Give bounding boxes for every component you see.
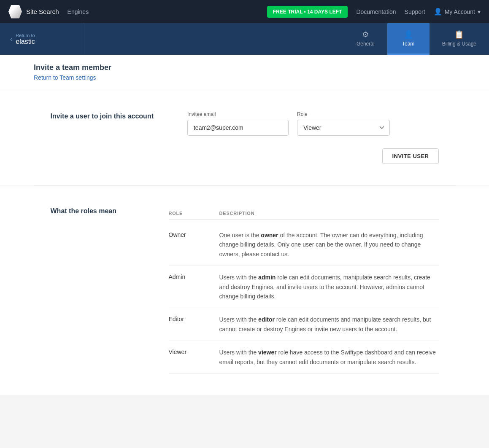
role-desc-viewer: Users with the viewer role have access t… — [219, 348, 439, 367]
roles-section: What the roles mean ROLE DESCRIPTION Own… — [34, 186, 456, 395]
role-select[interactable]: Owner Admin Editor Viewer — [297, 120, 390, 136]
sub-nav: ‹ Return to elastic ⚙ General 👤 Team 📋 B… — [0, 23, 489, 55]
my-account-label: My Account — [445, 8, 475, 15]
roles-table-header: ROLE DESCRIPTION — [169, 207, 439, 220]
return-text: Return to elastic — [16, 33, 35, 46]
elastic-label: elastic — [16, 38, 35, 46]
billing-icon: 📋 — [454, 30, 464, 39]
logo-area[interactable]: Site Search — [8, 5, 59, 19]
role-desc-editor: Users with the editor role can edit docu… — [219, 315, 439, 334]
email-label: Invitee email — [187, 111, 289, 117]
invite-section-left: Invite a user to join this account — [51, 111, 154, 121]
logo-icon — [8, 5, 22, 19]
role-form-group: Role Owner Admin Editor Viewer — [297, 111, 390, 136]
role-label: Role — [297, 111, 390, 117]
gear-icon: ⚙ — [362, 30, 369, 39]
team-tab-label: Team — [402, 41, 414, 47]
role-name-viewer: Viewer — [169, 348, 219, 355]
form-row: Invitee email Role Owner Admin Editor Vi… — [187, 111, 439, 136]
invite-btn-row: INVITE USER — [187, 148, 439, 164]
role-desc-owner: One user is the owner of the account. Th… — [219, 231, 439, 259]
role-name-editor: Editor — [169, 315, 219, 322]
team-icon: 👤 — [404, 30, 413, 39]
table-row: Editor Users with the editor role can ed… — [169, 308, 439, 341]
invite-content-wrapper: Invite a user to join this account Invit… — [17, 90, 473, 185]
page-title: Invite a team member — [34, 63, 455, 72]
roles-section-left: What the roles mean — [51, 207, 135, 215]
roles-section-card: What the roles mean ROLE DESCRIPTION Own… — [0, 186, 489, 395]
role-name-owner: Owner — [169, 231, 219, 238]
back-arrow-icon: ‹ — [10, 35, 12, 43]
table-row: Admin Users with the admin role can edit… — [169, 266, 439, 308]
invite-section-card: Invite a user to join this account Invit… — [0, 90, 489, 185]
top-nav: Site Search Engines FREE TRIAL • 14 DAYS… — [0, 0, 489, 23]
tab-general[interactable]: ⚙ General — [344, 23, 387, 55]
tab-team[interactable]: 👤 Team — [387, 23, 430, 55]
documentation-link[interactable]: Documentation — [356, 8, 396, 15]
return-to-elastic-link[interactable]: ‹ Return to elastic — [0, 23, 84, 55]
main-content: Invite a team member Return to Team sett… — [0, 55, 489, 448]
page-header-content: Invite a team member Return to Team sett… — [17, 63, 472, 81]
sub-nav-tabs: ⚙ General 👤 Team 📋 Billing & Usage — [344, 23, 489, 55]
support-link[interactable]: Support — [405, 8, 425, 15]
email-form-group: Invitee email — [187, 111, 289, 136]
person-icon: 👤 — [434, 8, 442, 16]
roles-section-title: What the roles mean — [51, 207, 135, 215]
roles-content-wrapper: What the roles mean ROLE DESCRIPTION Own… — [17, 186, 473, 395]
role-desc-admin: Users with the admin role can edit docum… — [219, 273, 439, 301]
page-header: Invite a team member Return to Team sett… — [0, 55, 489, 90]
billing-tab-label: Billing & Usage — [442, 41, 476, 47]
table-row: Owner One user is the owner of the accou… — [169, 224, 439, 266]
invite-user-button[interactable]: INVITE USER — [382, 148, 438, 164]
general-tab-label: General — [357, 41, 375, 47]
invite-section-title: Invite a user to join this account — [51, 111, 154, 121]
engines-link[interactable]: Engines — [68, 8, 89, 15]
return-to-team-settings-link[interactable]: Return to Team settings — [34, 74, 96, 81]
table-row: Viewer Users with the viewer role have a… — [169, 341, 439, 374]
chevron-down-icon: ▾ — [478, 8, 481, 15]
my-account-menu[interactable]: 👤 My Account ▾ — [434, 8, 481, 16]
description-column-header: DESCRIPTION — [219, 211, 439, 216]
role-column-header: ROLE — [169, 211, 219, 216]
invite-section: Invite a user to join this account Invit… — [34, 90, 456, 185]
top-nav-right: FREE TRIAL • 14 DAYS LEFT Documentation … — [267, 6, 481, 18]
site-search-title: Site Search — [26, 8, 59, 15]
role-name-admin: Admin — [169, 273, 219, 280]
free-trial-button[interactable]: FREE TRIAL • 14 DAYS LEFT — [267, 6, 348, 18]
tab-billing[interactable]: 📋 Billing & Usage — [430, 23, 489, 55]
roles-table: ROLE DESCRIPTION Owner One user is the o… — [169, 207, 439, 374]
return-to-label: Return to — [16, 33, 35, 38]
email-input[interactable] — [187, 120, 289, 136]
top-nav-left: Site Search Engines — [8, 5, 89, 19]
invite-form: Invitee email Role Owner Admin Editor Vi… — [187, 111, 439, 164]
